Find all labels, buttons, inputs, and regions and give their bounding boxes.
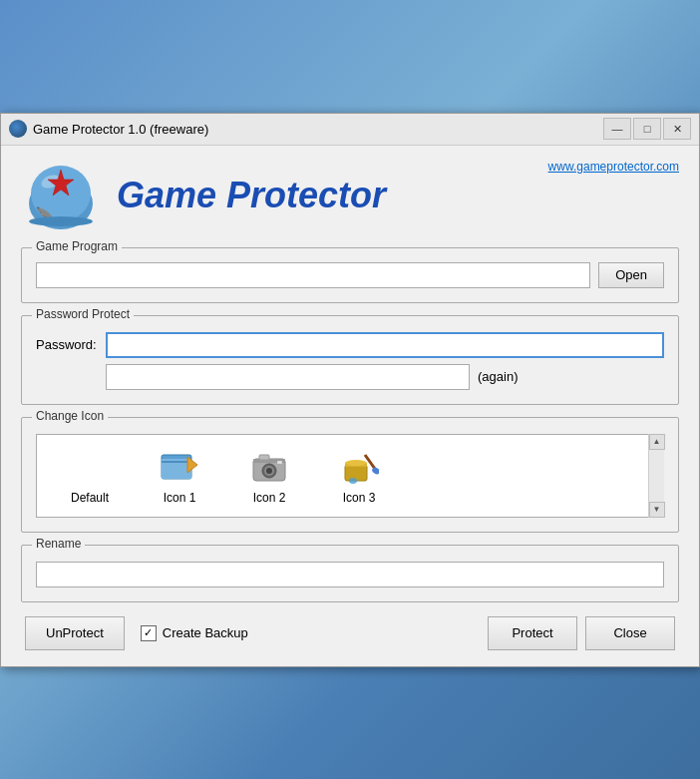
minimize-button[interactable]: — — [603, 118, 631, 140]
helmet-logo — [21, 156, 101, 235]
svg-point-4 — [29, 216, 93, 226]
create-backup-checkbox-label[interactable]: ✓ Create Backup — [141, 625, 248, 641]
close-title-button[interactable]: ✕ — [663, 118, 691, 140]
default-icon-label: Default — [71, 491, 109, 505]
password-protect-label: Password Protect — [32, 307, 134, 321]
again-label: (again) — [478, 369, 518, 384]
maximize-button[interactable]: □ — [633, 118, 661, 140]
icon-item-2[interactable]: Icon 2 — [224, 443, 314, 509]
app-icon — [9, 120, 27, 138]
scroll-down-button[interactable]: ▼ — [649, 502, 665, 518]
app-title: Game Protector — [117, 175, 386, 216]
password-again-row: (again) — [106, 364, 664, 390]
rename-group: Rename — [21, 545, 679, 602]
icon-grid: Default Icon 1 — [36, 434, 664, 518]
icon2-label: Icon 2 — [253, 491, 286, 505]
change-icon-group: Change Icon Default — [21, 417, 679, 533]
svg-rect-16 — [345, 465, 367, 481]
rename-input[interactable] — [36, 562, 664, 587]
game-program-row: Open — [36, 262, 664, 288]
password-row: Password: — [36, 332, 664, 358]
icon3-svg — [339, 447, 379, 487]
svg-point-13 — [266, 468, 272, 474]
game-program-input[interactable] — [36, 262, 590, 288]
icon-item-default[interactable]: Default — [45, 443, 135, 509]
svg-point-21 — [349, 478, 357, 484]
password-protect-group: Password Protect Password: (again) — [21, 315, 679, 405]
header-left: Game Protector — [21, 156, 386, 235]
default-icon-placeholder — [70, 447, 110, 487]
scroll-up-button[interactable]: ▲ — [649, 434, 665, 450]
bottom-right: Protect Close — [488, 616, 675, 650]
window-controls: — □ ✕ — [603, 118, 691, 140]
create-backup-checkbox[interactable]: ✓ — [141, 625, 157, 641]
game-program-group: Game Program Open — [21, 247, 679, 303]
main-window: Game Protector 1.0 (freeware) — □ ✕ — [0, 113, 700, 667]
title-bar: Game Protector 1.0 (freeware) — □ ✕ — [1, 114, 699, 146]
icon-item-1[interactable]: Icon 1 — [135, 443, 224, 509]
icon-grid-container: Default Icon 1 — [36, 434, 664, 518]
icon1-label: Icon 1 — [164, 491, 196, 505]
website-link[interactable]: www.gameprotector.com — [548, 160, 679, 174]
content-area: Game Protector www.gameprotector.com Gam… — [1, 146, 699, 666]
password-field-label: Password: — [36, 337, 106, 352]
password-input[interactable] — [106, 332, 664, 358]
svg-rect-14 — [259, 455, 269, 460]
game-program-label: Game Program — [32, 239, 122, 253]
rename-label: Rename — [32, 537, 85, 551]
window-title: Game Protector 1.0 (freeware) — [33, 122, 603, 137]
svg-point-20 — [371, 466, 379, 475]
unprotect-button[interactable]: UnProtect — [25, 616, 125, 650]
icon2-svg — [249, 447, 289, 487]
icon-item-3[interactable]: Icon 3 — [314, 443, 404, 509]
svg-marker-8 — [187, 457, 197, 473]
protect-button[interactable]: Protect — [488, 616, 577, 650]
bottom-left: UnProtect ✓ Create Backup — [25, 616, 248, 650]
scroll-track — [649, 450, 664, 502]
password-again-input[interactable] — [106, 364, 470, 390]
change-icon-label: Change Icon — [32, 409, 108, 423]
svg-point-18 — [345, 460, 367, 466]
icon1-svg — [160, 447, 199, 487]
svg-rect-15 — [277, 461, 282, 464]
close-button[interactable]: Close — [585, 616, 675, 650]
header-area: Game Protector www.gameprotector.com — [21, 156, 679, 235]
icon-scrollbar: ▲ ▼ — [648, 434, 664, 518]
bottom-bar: UnProtect ✓ Create Backup Protect Close — [21, 616, 679, 650]
icon3-label: Icon 3 — [343, 491, 376, 505]
open-button[interactable]: Open — [598, 262, 664, 288]
create-backup-label: Create Backup — [163, 625, 248, 640]
